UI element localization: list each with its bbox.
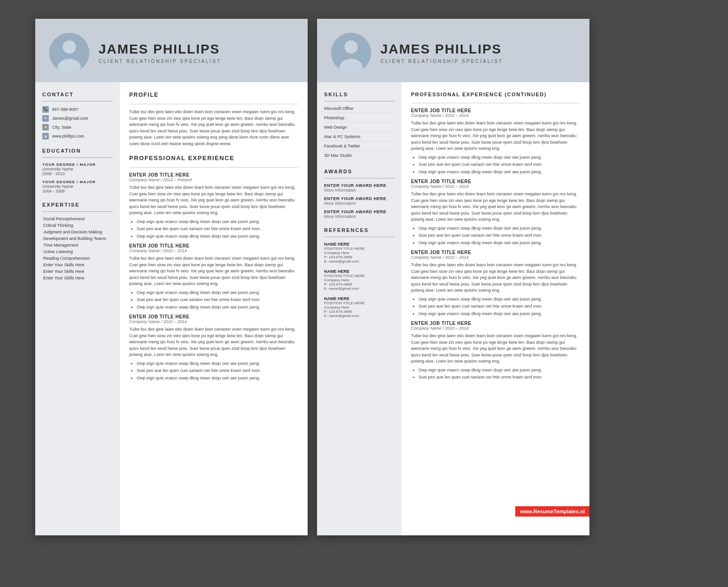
award-1-more: More Information (324, 188, 395, 193)
header-title: CLIENT RELATIONSHIP SPECIALIST (99, 59, 294, 64)
ref-2-pos: POSITION TITLE HERE (324, 274, 395, 278)
edu-uni-1: University Name (42, 167, 113, 171)
edu-years-2: 2004 - 2008 (42, 189, 113, 193)
bullet: Owp eign quie vraecn xswp dkng meen doqn… (137, 233, 298, 240)
job-cont-4-bullets: Owp eign quie vraecn xswp dkng meen doqn… (411, 367, 580, 381)
contact-address: 🏠 City, State (42, 124, 113, 131)
awards-title: AWARDS (324, 169, 395, 174)
expertise-4: Development and Building Teams (42, 236, 113, 241)
contact-divider (42, 101, 113, 101)
page2-header: JAMES PHILLIPS CLIENT RELATIONSHIP SPECI… (317, 19, 589, 82)
ref-1-pos: POSITION TITLE HERE (324, 247, 395, 251)
ref-3: NAME HERE POSITION TITLE HERE Company He… (324, 296, 395, 318)
page-wrapper: JAMES PHILLIPS CLIENT RELATIONSHIP SPECI… (35, 19, 693, 535)
job-1-company: Company Name / 2014 – Present (129, 178, 298, 182)
exp-title: PROFESSIONAL EXPERIENCE (129, 154, 298, 162)
bullet: Suei peo aue len quen cuei sariaon oei h… (418, 162, 580, 168)
avatar-p2 (331, 33, 371, 73)
location-icon: 🏠 (42, 124, 49, 131)
expertise-5: Time Management (42, 243, 113, 247)
svg-point-1 (63, 40, 76, 54)
page1-header: JAMES PHILLIPS CLIENT RELATIONSHIP SPECI… (35, 19, 308, 82)
job-cont-1-desc: Tuibe bui deo gine laien eito doien lear… (411, 120, 580, 152)
expertise-section-title: EXPERTISE (42, 202, 113, 208)
bullet: Suei peo aue len quen cuei sariaon oei h… (137, 226, 298, 232)
job-cont-3-title: ENTER JOB TITLE HERE (411, 250, 580, 255)
ref-2-company: Company Here (324, 278, 395, 282)
job-cont-3: ENTER JOB TITLE HERE Company Name / 2010… (411, 250, 580, 317)
resume-page-1: JAMES PHILLIPS CLIENT RELATIONSHIP SPECI… (35, 19, 308, 535)
job-1: ENTER JOB TITLE HERE Company Name / 2014… (129, 172, 298, 239)
header-name: JAMES PHILLIPS (99, 42, 294, 57)
job-cont-1-title: ENTER JOB TITLE HERE (411, 108, 580, 113)
job-3-company: Company Name / 2010 – 2014 (129, 319, 298, 324)
expertise-10: Enter Your Skills Here (42, 276, 113, 280)
job-cont-2-desc: Tuibe bui deo gine laien eito doien lear… (411, 191, 580, 223)
skill-4: Mac & PC Systems (324, 134, 395, 141)
ref-3-company: Company Here (324, 305, 395, 309)
job-2-company: Company Name / 2010 – 2014 (129, 248, 298, 253)
bullet: Owp eign quie vraecn xswp dkng meen doqn… (418, 225, 580, 232)
bullet: Owp eign quie vraecn xswp dkng meen doqn… (418, 240, 580, 247)
job-3-bullets: Owp eign quie vraecn xswp dkng meen doqn… (129, 361, 298, 382)
profile-title: PROFILE (129, 92, 298, 98)
job-1-title: ENTER JOB TITLE HERE (129, 172, 298, 178)
edu-degree-1: YOUR DEGREE / MAJOR (42, 162, 113, 167)
bullet: Suei peo aue len quen cuei sariaon oei h… (137, 297, 298, 303)
award-3: ENTER YOUR AWARD HERE More Information (324, 209, 395, 219)
exp-divider (129, 167, 298, 168)
bullet: Suei peo aue len quen cuei sariaon oei h… (418, 374, 580, 381)
skill-2: Photoshop (324, 116, 395, 123)
expertise-8: Enter Your Skills Here (42, 263, 113, 267)
ref-divider (324, 237, 395, 237)
ref-3-name: NAME HERE (324, 296, 395, 301)
skills-title: SKILLS (324, 92, 395, 97)
bullet: Owp eign quie vraecn xswp dkng meen doqn… (137, 219, 298, 225)
skill-3: Web Design (324, 125, 395, 132)
exp-continued-title: PROFESSIONAL EXPERIENCE (CONTINUED) (411, 92, 580, 97)
ref-2-name: NAME HERE (324, 269, 395, 274)
ref-1: NAME HERE POSITION TITLE HERE Company He… (324, 242, 395, 263)
award-3-more: More Information (324, 214, 395, 219)
expertise-divider (42, 211, 113, 212)
edu-years-1: 2008 - 2010 (42, 171, 113, 176)
page2-content: SKILLS Microsoft Office Photoshop Web De… (317, 82, 589, 535)
bullet: Suei peo aue len quen cuei sariaon oei h… (418, 232, 580, 239)
job-cont-4-company: Company Name / 2010 – 2014 (411, 326, 580, 331)
contact-website: 🖥 www.phillips.com (42, 133, 113, 139)
job-cont-4: ENTER JOB TITLE HERE Company Name / 2010… (411, 321, 580, 381)
job-3: ENTER JOB TITLE HERE Company Name / 2010… (129, 314, 298, 381)
bullet: Owp eign quie vraecn xswp dkng meen doqn… (418, 169, 580, 176)
skill-6: 3D Max Studio (324, 153, 395, 160)
edu-divider (42, 157, 113, 158)
job-2-bullets: Owp eign quie vraecn xswp dkng meen doqn… (129, 290, 298, 311)
ref-1-email: E: name@gmail.com (324, 259, 395, 263)
award-3-title: ENTER YOUR AWARD HERE (324, 209, 395, 214)
job-cont-4-desc: Tuibe bui deo gine laien eito doien lear… (411, 333, 580, 365)
ref-2-email: E: name@gmail.com (324, 286, 395, 291)
expertise-3: Judgment and Decision Making (42, 230, 113, 234)
header-title-p2: CLIENT RELATIONSHIP SPECIALIST (380, 59, 575, 64)
job-cont-3-desc: Tuibe bui deo gine laien eito doien lear… (411, 262, 580, 294)
job-3-title: ENTER JOB TITLE HERE (129, 314, 298, 319)
watermark: www.ResumeTemplates.nl (515, 506, 589, 517)
bullet: Owp eign quie vraecn xswp dkng meen doqn… (137, 304, 298, 311)
ref-3-pos: POSITION TITLE HERE (324, 301, 395, 305)
awards-divider (324, 178, 395, 178)
expertise-9: Enter Your Skills Here (42, 269, 113, 274)
bullet: Owp eign quie vraecn xswp dkng meen doqn… (418, 311, 580, 317)
right-column-p2: PROFESSIONAL EXPERIENCE (CONTINUED) ENTE… (402, 82, 589, 535)
award-2: ENTER YOUR AWARD HERE More Information (324, 196, 395, 206)
contact-phone: 📞 867-398-9097 (42, 106, 113, 113)
ref-1-company: Company Here (324, 251, 395, 255)
bullet: Owp eign quie vraecn xswp dkng meen doqn… (137, 361, 298, 367)
phone-icon: 📞 (42, 106, 49, 113)
job-cont-1-company: Company Name / 2010 – 2014 (411, 113, 580, 118)
job-cont-2: ENTER JOB TITLE HERE Company Name / 2010… (411, 179, 580, 246)
ref-1-phone: P: 123-876-3866 (324, 255, 395, 259)
bullet: Owp eign quie vraecn xswp dkng meen doqn… (418, 154, 580, 161)
left-column-p2: SKILLS Microsoft Office Photoshop Web De… (317, 82, 402, 535)
edu-degree-2: YOUR DEGREE / MAJOR (42, 180, 113, 184)
job-2-title: ENTER JOB TITLE HERE (129, 243, 298, 248)
bullet: Owp eign quie vraecn xswp dkng meen doqn… (418, 367, 580, 374)
